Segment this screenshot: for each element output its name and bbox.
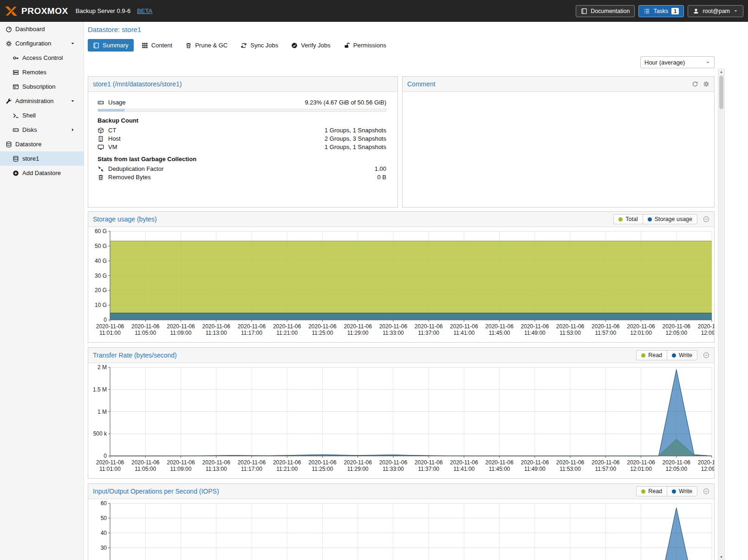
svg-text:2020-11-06: 2020-11-06 [450,323,478,330]
brand-wordmark: PROXMOX [21,6,68,16]
svg-text:2020-11-06: 2020-11-06 [344,323,372,330]
documentation-button[interactable]: Documentation [576,5,635,17]
svg-text:1.5 M: 1.5 M [93,386,107,393]
backup-count-heading: Backup Count [98,117,386,124]
scrollbar-thumb[interactable] [719,76,723,109]
gc-stats-heading: Stats from last Garbage Collection [98,156,386,163]
usage-bar-fill [98,109,124,111]
reload-icon[interactable] [692,81,698,87]
expander-down-icon[interactable] [70,41,80,46]
svg-text:2020-11-06: 2020-11-06 [627,323,655,330]
transfer-rate-panel: Transfer Rate (bytes/second) Read Write … [88,347,715,479]
vertical-scrollbar[interactable]: ▲ ▼ [718,69,725,560]
svg-text:2020-11-06: 2020-11-06 [344,459,372,466]
svg-text:11:57:00: 11:57:00 [595,466,616,472]
terminal-icon [13,112,22,119]
svg-text:2020-11-06: 2020-11-06 [131,323,160,330]
sidebar-item-remotes[interactable]: Remotes [0,65,84,79]
svg-text:30 G: 30 G [95,273,107,279]
svg-text:2020-11-06: 2020-11-06 [592,323,620,330]
svg-text:0: 0 [104,317,107,323]
svg-text:11:09:00: 11:09:00 [170,466,192,472]
tab-permissions[interactable]: Permissions [338,39,391,52]
sidebar-item-store1[interactable]: store1 [0,151,84,166]
comment-panel-header: Comment [403,77,714,92]
tachometer-icon [6,26,15,33]
legend-item-read[interactable]: Read [636,350,667,360]
sidebar-item-shell[interactable]: Shell [0,108,84,123]
hdd-icon [98,99,108,106]
sidebar-item-dashboard[interactable]: Dashboard [0,22,84,36]
sidebar-item-access-control[interactable]: Access Control [0,51,84,65]
iops-panel: Input/Output Operations per Second (IOPS… [88,483,715,560]
topbar: PROXMOX Backup Server 0.9-6 BETA Documen… [0,0,748,22]
svg-text:11:49:00: 11:49:00 [524,466,546,472]
user-menu-button[interactable]: root@pam [688,5,743,17]
key-icon [13,55,22,61]
scroll-up-arrow[interactable]: ▲ [718,70,724,73]
sidebar-item-disks[interactable]: Disks [0,123,84,137]
svg-text:11:49:00: 11:49:00 [524,330,546,336]
svg-text:60: 60 [101,500,107,507]
legend-item-total[interactable]: Total [613,214,643,224]
beta-link[interactable]: BETA [137,7,152,14]
tasks-count-badge: 1 [671,8,679,14]
gear-icon[interactable] [703,81,709,87]
legend-dot [648,217,652,221]
svg-text:11:25:00: 11:25:00 [312,466,333,472]
brand: PROXMOX Backup Server 0.9-6 BETA [5,6,152,17]
compress-icon [98,166,108,172]
svg-text:2020-11-06: 2020-11-06 [698,459,715,466]
sidebar-item-configuration[interactable]: Configuration [0,36,84,51]
desktop-icon [98,144,108,150]
datastore-summary-panel: store1 (/mnt/datastores/store1) Usage 9.… [88,76,398,208]
legend-item-storage-usage[interactable]: Storage usage [643,214,697,224]
tabbar: Summary Content Prune & GC Sync Jobs Ver… [88,39,715,52]
legend-item-write[interactable]: Write [667,350,697,360]
svg-text:11:57:00: 11:57:00 [595,330,616,336]
tasks-button[interactable]: Tasks 1 [638,5,684,17]
svg-text:2020-11-06: 2020-11-06 [663,459,691,466]
legend-item-read[interactable]: Read [636,486,667,496]
transfer-rate-title: Transfer Rate (bytes/second) [93,352,177,359]
sidebar-item-add-datastore[interactable]: Add Datastore [0,166,84,180]
tab-verify-jobs[interactable]: Verify Jobs [286,39,336,52]
svg-text:2020-11-06: 2020-11-06 [308,459,337,466]
timeframe-select[interactable]: Hour (average) [640,56,715,68]
tab-summary[interactable]: Summary [88,39,134,52]
gear-icon [6,40,15,47]
svg-text:12:01:00: 12:01:00 [630,466,652,472]
svg-text:20 G: 20 G [95,287,107,293]
iops-title: Input/Output Operations per Second (IOPS… [93,488,219,495]
tab-sync-jobs[interactable]: Sync Jobs [235,39,283,52]
scroll-down-arrow[interactable]: ▼ [718,555,724,559]
sidebar-item-administration[interactable]: Administration [0,94,84,108]
storage-usage-header: Storage usage (bytes) Total Storage usag… [88,212,714,227]
tab-content[interactable]: Content [137,39,178,52]
lock-icon [344,42,350,49]
transfer-rate-header: Transfer Rate (bytes/second) Read Write [88,348,714,363]
tab-prune-gc[interactable]: Prune & GC [180,39,233,52]
sidebar-item-subscription[interactable]: Subscription [0,79,84,94]
removed-bytes-row: Removed Bytes 0 B [98,174,386,181]
transfer-rate-legend: Read Write [637,350,697,360]
collapse-chart-icon[interactable] [703,216,709,222]
collapse-chart-icon[interactable] [703,352,709,358]
legend-item-write[interactable]: Write [667,486,697,496]
svg-text:11:05:00: 11:05:00 [135,466,156,472]
collapse-chart-icon[interactable] [703,488,709,495]
svg-text:2020-11-06: 2020-11-06 [698,323,715,330]
backup-ct-row: CT 1 Groups, 1 Snapshots [98,127,386,134]
svg-text:2020-11-06: 2020-11-06 [273,459,301,466]
expander-right-icon[interactable] [70,127,80,132]
svg-text:2020-11-06: 2020-11-06 [485,459,514,466]
svg-text:12:01:00: 12:01:00 [630,330,652,336]
wrench-icon [6,98,15,104]
sidebar-item-datastore[interactable]: Datastore [0,137,84,151]
svg-text:12:09:00: 12:09:00 [701,466,715,472]
hdd-icon [13,127,22,133]
svg-text:11:05:00: 11:05:00 [135,330,156,336]
svg-text:2020-11-06: 2020-11-06 [167,323,195,330]
svg-text:2020-11-06: 2020-11-06 [379,323,408,330]
expander-down-icon[interactable] [70,98,80,104]
